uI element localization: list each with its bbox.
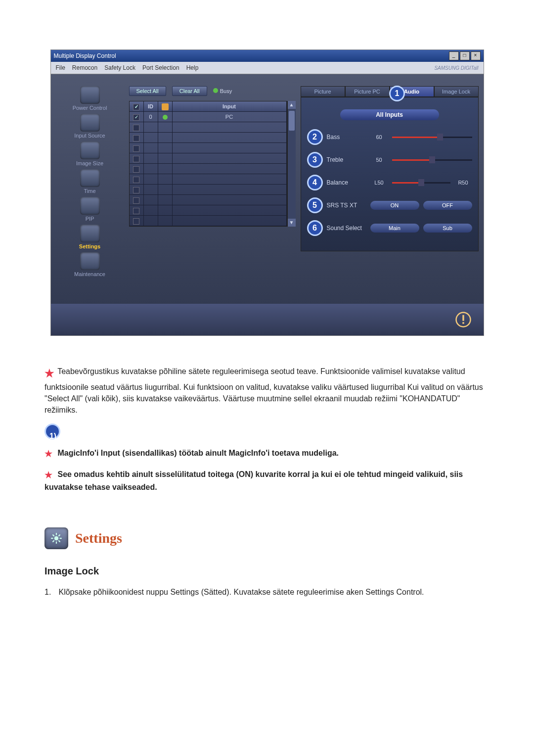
sidebar-item-label: Settings xyxy=(79,243,100,249)
srs-on-button[interactable]: ON xyxy=(370,201,419,210)
step-1-text: Klõpsake põhiikoonidest nuppu Settings (… xyxy=(58,588,424,596)
row-checkbox[interactable] xyxy=(133,166,139,173)
srs-off-button[interactable]: OFF xyxy=(423,201,472,210)
sidebar: Power Control Input Source Image Size Ti… xyxy=(56,86,124,299)
table-row[interactable]: 0 PC xyxy=(130,112,287,122)
row-checkbox[interactable] xyxy=(133,208,139,214)
srs-label: SRS TS XT xyxy=(327,202,366,209)
tab-picture-pc[interactable]: Picture PC xyxy=(345,86,390,97)
scroll-thumb[interactable] xyxy=(289,111,295,131)
right-panel: Picture Picture PC 1 Audio Image Lock Al… xyxy=(301,86,479,299)
table-row[interactable] xyxy=(130,195,287,205)
table-row[interactable] xyxy=(130,122,287,133)
sidebar-item-time[interactable]: Time xyxy=(56,169,124,194)
settings-tabs: Picture Picture PC 1 Audio Image Lock xyxy=(301,86,479,97)
bass-label: Bass xyxy=(327,134,366,141)
window-maximize-button[interactable]: □ xyxy=(460,51,470,60)
column-header-input[interactable]: Input xyxy=(173,101,287,112)
scroll-up-icon[interactable]: ▲ xyxy=(288,101,296,109)
star-icon: ★ xyxy=(44,366,55,381)
table-row[interactable] xyxy=(130,133,287,143)
power-icon xyxy=(80,86,100,104)
balance-value: L50 xyxy=(370,180,388,186)
tab-image-lock[interactable]: Image Lock xyxy=(434,86,479,97)
svg-line-9 xyxy=(58,540,60,542)
svg-line-8 xyxy=(52,534,54,536)
table-row[interactable] xyxy=(130,205,287,216)
menu-file[interactable]: File xyxy=(56,64,65,71)
row-checkbox[interactable] xyxy=(133,177,139,183)
sound-select-row: 6 Sound Select Main Sub xyxy=(307,220,472,236)
treble-slider[interactable] xyxy=(392,157,472,162)
sidebar-item-input-source[interactable]: Input Source xyxy=(56,114,124,139)
row-checkbox[interactable] xyxy=(133,135,139,142)
tab-audio[interactable]: 1 Audio xyxy=(390,86,434,97)
note1-text: MagicInfo'i Input (sisendallikas) töötab… xyxy=(57,449,339,457)
input-source-icon xyxy=(80,114,100,132)
maintenance-icon xyxy=(80,252,100,270)
item-desc: - Valitud kuvari bassi reguleerimine. xyxy=(46,555,74,606)
table-scrollbar[interactable]: ▲ ▼ xyxy=(287,101,296,227)
note-power: ★ See omadus kehtib ainult sisselülitatu… xyxy=(44,469,490,493)
sidebar-item-label: Power Control xyxy=(73,105,107,111)
menu-bar: File Remocon Safety Lock Port Selection … xyxy=(51,62,484,74)
star-icon: ★ xyxy=(44,469,55,481)
svg-rect-1 xyxy=(462,315,464,321)
status-green-icon xyxy=(163,115,168,120)
sidebar-item-image-size[interactable]: Image Size xyxy=(56,142,124,166)
treble-row: 3Treble50 xyxy=(307,152,472,168)
table-row[interactable] xyxy=(130,143,287,153)
busy-indicator: Busy xyxy=(213,88,232,94)
column-header-status[interactable] xyxy=(158,101,173,112)
intro-text: Teabevõrgustikus kuvatakse põhiline säte… xyxy=(44,367,483,414)
table-row[interactable] xyxy=(130,174,287,185)
table-row[interactable] xyxy=(130,164,287,174)
row-checkbox[interactable] xyxy=(133,145,139,152)
sidebar-item-settings[interactable]: Settings xyxy=(56,225,124,249)
scroll-down-icon[interactable]: ▼ xyxy=(288,219,296,227)
row-input: PC xyxy=(173,112,287,122)
sound-sub-button[interactable]: Sub xyxy=(423,224,472,233)
treble-value: 50 xyxy=(370,157,388,163)
step-1: 1. Klõpsake põhiikoonidest nuppu Setting… xyxy=(44,586,490,598)
row-checkbox[interactable] xyxy=(133,125,139,131)
table-row[interactable] xyxy=(130,216,287,226)
sidebar-item-pip[interactable]: PIP xyxy=(56,197,124,222)
menu-safety-lock[interactable]: Safety Lock xyxy=(104,64,135,71)
svg-rect-2 xyxy=(462,322,464,324)
select-all-button[interactable]: Select All xyxy=(129,86,166,96)
tab-picture[interactable]: Picture xyxy=(301,86,345,97)
menu-port-selection[interactable]: Port Selection xyxy=(142,64,179,71)
menu-help[interactable]: Help xyxy=(186,64,199,71)
callout-2: 2 xyxy=(307,129,323,145)
menu-remocon[interactable]: Remocon xyxy=(72,64,97,71)
srs-tsxt-row: 5 SRS TS XT ON OFF xyxy=(307,197,472,213)
bass-slider[interactable] xyxy=(392,135,472,140)
table-row[interactable] xyxy=(130,185,287,195)
column-header-check[interactable] xyxy=(130,101,144,112)
window-minimize-button[interactable]: _ xyxy=(449,51,459,60)
balance-label: Balance xyxy=(327,179,366,186)
balance-row: 4BalanceL50R50 xyxy=(307,175,472,190)
row-checkbox[interactable] xyxy=(133,187,139,193)
row-checkbox[interactable] xyxy=(133,218,139,225)
sidebar-item-maintenance[interactable]: Maintenance xyxy=(56,252,124,277)
title-bar: Multiple Display Control _ □ × xyxy=(51,50,484,62)
row-checkbox[interactable] xyxy=(133,114,139,121)
busy-dot-icon xyxy=(213,88,218,93)
all-inputs-button[interactable]: All Inputs xyxy=(340,109,439,120)
clear-all-button[interactable]: Clear All xyxy=(172,86,207,96)
window-close-button[interactable]: × xyxy=(471,51,481,60)
item-number: 1) xyxy=(46,430,60,443)
row-checkbox[interactable] xyxy=(133,156,139,162)
callout-1: 1 xyxy=(389,86,405,101)
table-row[interactable] xyxy=(130,153,287,164)
settings-heading: Settings xyxy=(44,527,490,549)
row-checkbox[interactable] xyxy=(133,197,139,204)
callout-3: 3 xyxy=(307,152,323,168)
sidebar-item-power-control[interactable]: Power Control xyxy=(56,86,124,111)
sound-main-button[interactable]: Main xyxy=(370,224,419,233)
balance-slider[interactable] xyxy=(392,180,450,185)
star-icon: ★ xyxy=(44,447,55,460)
column-header-id[interactable]: ID xyxy=(144,101,158,112)
